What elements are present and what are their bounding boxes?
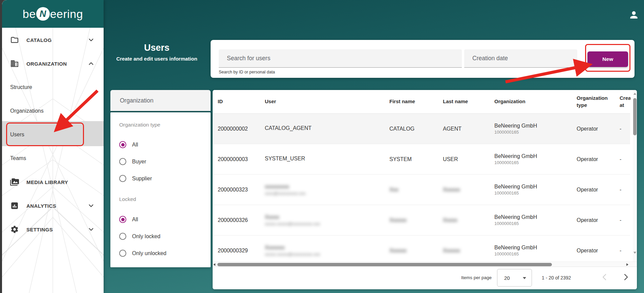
scroll-right-icon[interactable] <box>626 263 628 266</box>
column-header-last-name: Last name <box>443 98 494 105</box>
chevron-down-icon <box>87 36 95 44</box>
logo: beNeering <box>2 0 104 28</box>
organization-filter-field <box>110 90 211 111</box>
table-row[interactable]: 2000000003 SYSTEM_USER SYSTEM USER BeNee… <box>213 144 630 175</box>
sidebar-item-catalog[interactable]: CATALOG <box>2 32 104 48</box>
building-icon <box>10 59 19 68</box>
sidebar-item-media-library[interactable]: MEDIA LIBRARY <box>2 174 104 190</box>
sidebar-item-organization[interactable]: ORGANIZATION <box>2 55 104 72</box>
items-per-page-label: Items per page <box>451 275 492 280</box>
page-size-value: 20 <box>504 275 510 281</box>
sidebar-item-teams[interactable]: Teams <box>2 150 104 166</box>
scroll-up-icon[interactable] <box>634 93 636 95</box>
next-page-button[interactable] <box>620 271 632 283</box>
page-range-label: 1 - 20 of 2392 <box>542 275 586 280</box>
column-header-user: User <box>265 98 389 105</box>
table-row[interactable]: 2000000326 Xxxxxxxxxx.xxxxx@xxxxxxxxx.xx… <box>213 205 630 235</box>
chevron-down-icon <box>87 226 95 233</box>
radio-locked-all[interactable]: All <box>119 216 138 223</box>
filter-group-label: Locked <box>119 196 136 202</box>
logo-n-icon: N <box>36 7 50 21</box>
sidebar-item-organizations[interactable]: Organizations <box>2 103 104 119</box>
search-hint: Search by ID or personal data <box>219 70 275 74</box>
column-header-created-at: Created at <box>620 95 630 109</box>
pagination-bar: Items per page 20 1 - 20 of 2392 <box>213 267 637 289</box>
scroll-left-icon[interactable] <box>213 263 215 266</box>
page-subtitle: Create and edit users information <box>106 56 208 62</box>
page-size-select[interactable]: 20 <box>497 269 532 287</box>
radio-orgtype-supplier[interactable]: Supplier <box>119 175 152 182</box>
table-header-row: ID User First name Last name Organizatio… <box>213 90 630 114</box>
users-table: ID User First name Last name Organizatio… <box>213 90 637 289</box>
page-header: Users Create and edit users information <box>106 43 208 62</box>
sidebar-item-structure[interactable]: Structure <box>2 79 104 95</box>
logo-text-right: eering <box>50 7 83 21</box>
radio-only-unlocked[interactable]: Only unlocked <box>119 250 166 257</box>
user-menu-button[interactable] <box>627 8 641 22</box>
column-header-organization-type: Organization type <box>577 95 620 109</box>
analytics-icon <box>10 201 19 210</box>
dropdown-caret-icon <box>523 277 526 279</box>
sidebar-item-analytics[interactable]: ANALYTICS <box>2 198 104 214</box>
table-horizontal-scrollbar[interactable] <box>213 262 637 267</box>
table-vertical-scrollbar[interactable] <box>633 90 637 262</box>
table-row[interactable]: 2000000329 Xxxxxxxxxxxx.xxxxx@xxxxxxxxx.… <box>213 235 630 262</box>
gear-icon <box>10 225 19 234</box>
radio-unselected-icon <box>119 233 126 240</box>
app-root: beNeering CATALOG ORGANIZATION Str <box>2 0 644 293</box>
folder-icon <box>10 36 19 44</box>
sidebar-item-settings[interactable]: SETTINGS <box>2 221 104 238</box>
radio-only-locked[interactable]: Only locked <box>119 233 160 240</box>
logo-text-left: be <box>23 7 36 21</box>
sidebar: beNeering CATALOG ORGANIZATION Str <box>2 0 104 293</box>
radio-selected-icon <box>119 141 126 148</box>
sidebar-item-label: MEDIA LIBRARY <box>26 179 68 185</box>
table-row[interactable]: 2000000002 CATALOG_AGENT CATALOG AGENT B… <box>213 114 630 144</box>
table-body: 2000000002 CATALOG_AGENT CATALOG AGENT B… <box>213 114 630 262</box>
filter-group-label: Organization type <box>119 122 160 128</box>
media-icon <box>10 178 19 186</box>
chevron-up-icon <box>87 60 95 67</box>
radio-unselected-icon <box>119 250 126 257</box>
sidebar-item-label: ORGANIZATION <box>26 61 67 67</box>
column-header-first-name: First name <box>389 98 443 105</box>
column-header-id: ID <box>218 98 265 105</box>
sidebar-item-label: SETTINGS <box>26 227 53 232</box>
organization-filter-input[interactable] <box>110 90 211 111</box>
person-icon <box>628 9 639 20</box>
radio-selected-icon <box>119 216 126 223</box>
horizontal-scroll-thumb[interactable] <box>217 263 552 266</box>
radio-unselected-icon <box>119 175 126 182</box>
radio-orgtype-all[interactable]: All <box>119 141 138 148</box>
search-input[interactable] <box>219 49 462 68</box>
search-toolbar: New Search by ID or personal data <box>211 40 635 78</box>
chevron-down-icon <box>87 202 95 209</box>
vertical-scroll-thumb[interactable] <box>633 98 637 135</box>
radio-unselected-icon <box>119 158 126 165</box>
sidebar-item-label: ANALYTICS <box>26 203 56 209</box>
column-header-organization: Organization <box>494 98 577 105</box>
sidebar-item-label: CATALOG <box>26 37 52 43</box>
sidebar-item-users[interactable]: Users <box>2 127 104 143</box>
page-title: Users <box>106 43 208 53</box>
creation-date-input[interactable] <box>464 49 577 68</box>
filter-panel: Organization type All Buyer Supplier Loc… <box>110 112 211 267</box>
radio-orgtype-buyer[interactable]: Buyer <box>119 158 146 165</box>
new-user-button[interactable]: New <box>587 51 628 67</box>
table-row[interactable]: 2000000323 xxxxxxxxxxxxx@xxxxxxxxx.xxx X… <box>213 175 630 205</box>
scroll-down-icon[interactable] <box>634 252 636 254</box>
previous-page-button[interactable] <box>599 271 611 283</box>
